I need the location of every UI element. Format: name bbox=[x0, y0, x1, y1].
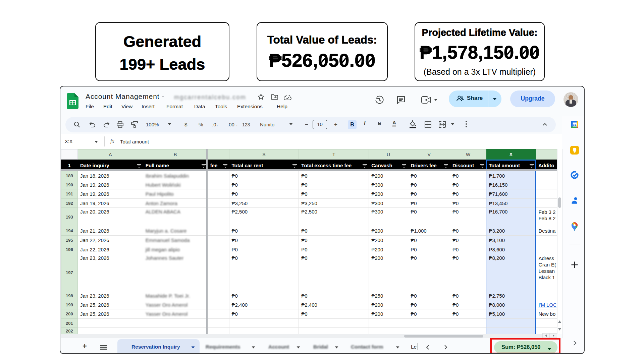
svg-text:31: 31 bbox=[573, 123, 577, 126]
